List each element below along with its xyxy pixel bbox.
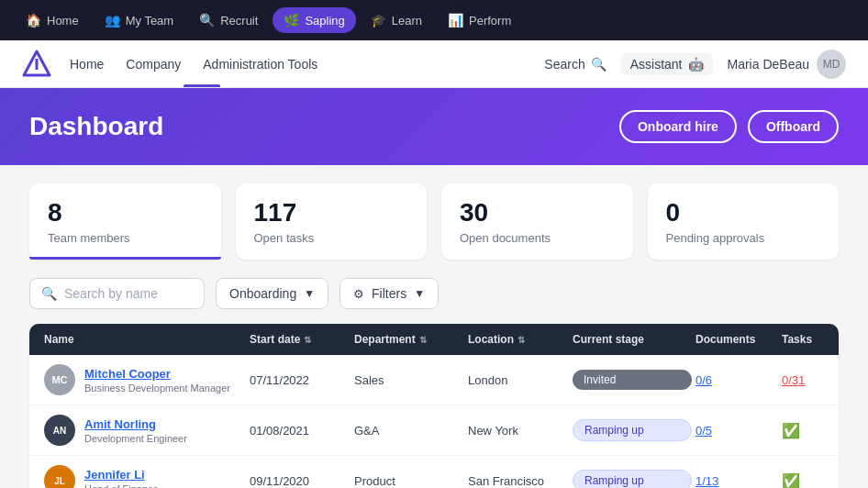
employee-table: Name Start date ⇅ Department ⇅ Location … [29,324,839,488]
filter-icon: ⚙ [353,287,364,301]
logo [22,50,51,79]
second-nav: Home Company Administration Tools Search… [0,40,868,88]
tasks-link[interactable]: 0/31 [782,373,839,387]
col-stage: Current stage [573,333,692,346]
start-date: 09/11/2020 [250,474,351,488]
col-location: Location ⇅ [468,333,569,346]
tasks-check-icon: ✅ [782,472,839,489]
second-nav-links: Home Company Administration Tools [70,53,544,75]
onboarding-dropdown[interactable]: Onboarding ▼ [216,278,328,309]
person-cell: MC Mitchel Cooper Business Development M… [44,364,246,395]
avatar: MD [817,50,846,79]
filters-row: 🔍 Onboarding ▼ ⚙ Filters ▼ [0,278,868,324]
nav-item-perform[interactable]: 📊 Perform [437,7,522,33]
sapling-icon: 🌿 [284,13,299,28]
start-date: 07/11/2022 [250,373,351,387]
department: Product [354,474,464,488]
sort-icon: ⇅ [304,335,311,345]
person-name[interactable]: Mitchel Cooper [84,367,230,381]
stat-open-documents: 30 Open documents [441,183,633,260]
avatar: MC [44,364,75,395]
start-date: 01/08/2021 [250,424,351,438]
top-nav: 🏠 Home 👥 My Team 🔍 Recruit 🌿 Sapling 🎓 L… [0,0,868,40]
onboard-hire-button[interactable]: Onboard hire [619,110,737,143]
table-header: Name Start date ⇅ Department ⇅ Location … [29,324,839,355]
second-nav-home[interactable]: Home [70,53,104,75]
stat-pending-approvals: 0 Pending approvals [648,183,840,260]
table-row: MC Mitchel Cooper Business Development M… [29,355,839,405]
active-indicator [184,84,220,87]
col-startdate: Start date ⇅ [250,333,351,346]
learn-icon: 🎓 [371,13,386,28]
person-title: Business Development Manager [84,383,230,394]
documents-link[interactable]: 1/13 [696,474,778,488]
assistant-icon: 🤖 [688,57,704,72]
team-icon: 👥 [105,13,120,28]
location: San Francisco [468,474,569,488]
avatar: JL [44,465,75,488]
search-input[interactable] [64,286,193,301]
nav-item-learn[interactable]: 🎓 Learn [360,7,433,33]
nav-item-myteam[interactable]: 👥 My Team [94,7,185,33]
department: G&A [354,424,464,438]
search-input-wrap[interactable]: 🔍 [29,278,205,309]
nav-item-recruit[interactable]: 🔍 Recruit [188,7,269,33]
table-row: AN Amit Norling Development Engineer 01/… [29,405,839,456]
location: New York [468,424,569,438]
person-title: Head of Finance [84,483,159,489]
assistant-button[interactable]: Assistant 🤖 [621,53,713,75]
filters-dropdown[interactable]: ⚙ Filters ▼ [339,278,439,309]
tasks-check-icon: ✅ [782,422,839,439]
stat-open-tasks: 117 Open tasks [236,183,428,260]
second-nav-company[interactable]: Company [126,53,181,75]
sort-icon-2: ⇅ [419,335,427,345]
home-icon: 🏠 [26,13,41,28]
search-icon-filter: 🔍 [41,286,57,301]
person-name[interactable]: Jennifer Li [84,468,159,482]
nav-item-sapling[interactable]: 🌿 Sapling [273,7,355,33]
nav-item-home[interactable]: 🏠 Home [15,7,90,33]
second-nav-admin[interactable]: Administration Tools [203,53,317,75]
col-tasks: Tasks [782,333,839,346]
chevron-down-icon: ▼ [304,287,315,300]
recruit-icon: 🔍 [199,13,215,28]
offboard-button[interactable]: Offboard [748,110,839,143]
person-cell: JL Jennifer Li Head of Finance [44,465,246,488]
page-title: Dashboard [29,112,163,141]
stat-team-members: 8 Team members [29,183,221,260]
col-name: Name [44,333,246,346]
avatar: AN [44,415,75,446]
documents-link[interactable]: 0/6 [696,373,778,387]
perform-icon: 📊 [448,13,463,28]
user-menu[interactable]: Maria DeBeau MD [728,50,847,79]
search-button[interactable]: Search 🔍 [544,57,606,72]
second-nav-right: Search 🔍 Assistant 🤖 Maria DeBeau MD [544,50,846,79]
person-cell: AN Amit Norling Development Engineer [44,415,246,446]
person-title: Development Engineer [84,433,187,444]
stage-badge: Ramping up [573,419,692,441]
col-documents: Documents [696,333,778,346]
department: Sales [354,373,464,387]
person-name[interactable]: Amit Norling [84,417,187,431]
sort-icon-3: ⇅ [517,335,525,345]
chevron-down-icon-2: ▼ [414,287,425,300]
col-department: Department ⇅ [354,333,464,346]
stats-row: 8 Team members 117 Open tasks 30 Open do… [0,165,868,278]
location: London [468,373,569,387]
dashboard-header: Dashboard Onboard hire Offboard [0,88,868,165]
search-icon: 🔍 [591,57,606,72]
header-buttons: Onboard hire Offboard [619,110,839,143]
stage-badge: Invited [573,370,692,390]
stage-badge: Ramping up [573,470,692,488]
table-row: JL Jennifer Li Head of Finance 09/11/202… [29,456,839,488]
documents-link[interactable]: 0/5 [696,424,778,438]
